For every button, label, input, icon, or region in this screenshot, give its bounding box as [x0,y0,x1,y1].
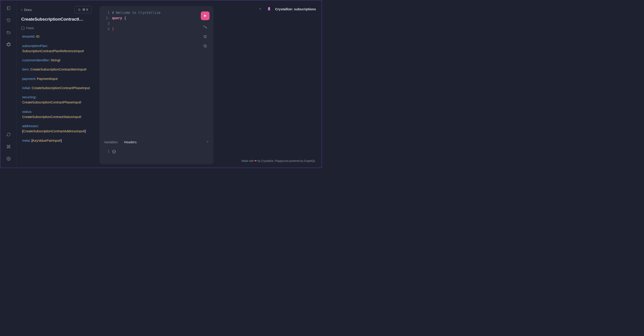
field-type[interactable]: PaymentInput [37,77,58,81]
copy-icon [203,44,207,48]
copy-button[interactable] [203,44,208,48]
chevron-down-icon [206,140,209,143]
nav-rail-bottom [6,133,11,168]
field-row[interactable]: customerIdentifier: String! [22,58,92,63]
headers-gutter: 1 [103,149,110,154]
nav-rail [0,1,17,168]
field-name: initial [22,86,30,90]
docs-panel: ‹ Docs ⌘ K CreateSubscriptionContractI… … [17,1,96,168]
field-row[interactable]: recurring: CreateSubscriptionContractPha… [22,95,92,105]
field-row[interactable]: meta: [KeyValuePairInput!] [22,138,92,143]
heart-icon: ❤ [254,159,257,163]
merge-button[interactable] [203,34,208,39]
field-row[interactable]: status: CreateSubscriptionContractStatus… [22,109,92,120]
footer-post: by Crystallize. Playground powered by Gr… [257,159,316,163]
field-type[interactable]: CreateSubscriptionContractStatusInput [22,115,80,119]
field-type[interactable]: ID [36,35,40,39]
field-name: tenantId [22,35,34,39]
svg-rect-16 [204,46,206,48]
docs-back-label: Docs [24,8,32,12]
field-name: recurring [22,95,35,99]
field-row[interactable]: tenantId: ID [22,34,92,39]
field-type[interactable]: KeyValuePairInput [32,139,60,142]
search-icon [78,8,81,11]
headers-editor[interactable]: 1 {} [100,146,214,164]
crystallize-logo-icon [266,6,272,12]
fields-label: Fields [26,27,34,30]
code-brace: } [112,27,114,31]
field-name: addresses [22,124,38,128]
add-tab-button[interactable] [257,6,263,12]
editor-actions [201,12,210,48]
footer: Made with ❤ by Crystallize. Playground p… [216,158,319,164]
docs-title: CreateSubscriptionContractI… [21,17,92,22]
tab-headers[interactable]: Headers [124,140,137,144]
editor-area[interactable]: 1 2▾ 3 4 # Welcome to Crystallize query … [100,6,214,137]
svg-line-11 [80,10,80,11]
gutter-line: 2▾ [103,16,110,21]
field-row[interactable]: item: CreateSubscriptionContractItemInpu… [22,67,92,72]
field-type[interactable]: CreateSubscriptionContractPhaseInput [32,86,90,90]
prettify-button[interactable] [203,25,208,30]
bottom-panel: Variables Headers 1 {} [100,137,214,164]
gear-icon[interactable] [6,157,11,161]
field-name: status [22,110,31,114]
refresh-icon[interactable] [6,133,11,137]
field-type[interactable]: SubscriptionContractPlanReferenceInput [22,49,83,53]
field-type[interactable]: CreateSubscriptionContractItemInput [30,68,86,71]
field-name: meta [22,139,30,142]
folder-icon[interactable] [6,30,11,35]
fields-list: tenantId: IDsubscriptionPlan: Subscripti… [21,34,92,143]
field-row[interactable]: subscriptionPlan: SubscriptionContractPl… [22,43,92,54]
field-name: customerIdentifier [22,58,49,62]
field-type[interactable]: CreateSubscriptionContractPhaseInput [22,101,80,104]
code-keyword: query [112,16,122,20]
tab-variables[interactable]: Variables [104,140,118,144]
field-type[interactable]: String [51,58,60,62]
gutter-line: 4 [103,27,110,32]
chevron-left-icon: ‹ [21,8,22,12]
footer-pre: Made with [242,159,254,163]
docs-header: ‹ Docs ⌘ K [21,6,92,14]
code-brace: { [124,16,126,20]
shortcuts-icon[interactable] [6,145,11,149]
docs-back-button[interactable]: ‹ Docs [21,8,32,12]
svg-rect-0 [7,7,10,10]
book-icon[interactable] [6,6,11,10]
gutter-line: 1 [103,149,110,154]
editor-card: 1 2▾ 3 4 # Welcome to Crystallize query … [100,6,214,164]
main-column: 1 2▾ 3 4 # Welcome to Crystallize query … [96,1,322,168]
run-button[interactable] [201,12,210,20]
search-button[interactable]: ⌘ K [74,6,92,14]
search-shortcut: ⌘ K [82,8,88,12]
results-header: Crystallize: subscriptions [216,6,319,14]
editor-gutter: 1 2▾ 3 4 [103,10,110,133]
field-row[interactable]: payment: PaymentInput [22,76,92,81]
plus-icon [258,8,262,11]
fields-icon: ⋯ [21,27,24,30]
merge-icon [203,35,207,39]
sparkle-icon [203,25,207,29]
editor-code[interactable]: # Welcome to Crystallize query { } [110,10,210,133]
gutter-line: 1 [103,10,110,16]
field-name: payment [22,77,35,81]
svg-point-10 [78,9,80,11]
field-type[interactable]: CreateSubscriptionContractAddressInput [23,129,84,133]
gutter-line: 3 [103,21,110,27]
app-root: ‹ Docs ⌘ K CreateSubscriptionContractI… … [0,1,322,168]
code-comment: # Welcome to Crystallize [112,11,160,15]
collapse-button[interactable] [206,140,209,144]
field-row[interactable]: addresses: [CreateSubscriptionContractAd… [22,123,92,134]
main-row: 1 2▾ 3 4 # Welcome to Crystallize query … [100,6,319,164]
play-icon [204,14,207,18]
results-panel: Crystallize: subscriptions Made with ❤ b… [216,6,319,164]
graphql-icon[interactable] [6,42,11,47]
history-icon[interactable] [6,18,11,22]
field-name: subscriptionPlan [22,44,47,48]
headers-code[interactable]: {} [110,149,210,154]
fields-header: ⋯ Fields [21,27,92,30]
field-name: item [22,68,28,71]
field-row[interactable]: initial: CreateSubscriptionContractPhase… [22,85,92,90]
results-title: Crystallize: subscriptions [275,7,316,11]
bottom-tabs: Variables Headers [100,137,214,146]
